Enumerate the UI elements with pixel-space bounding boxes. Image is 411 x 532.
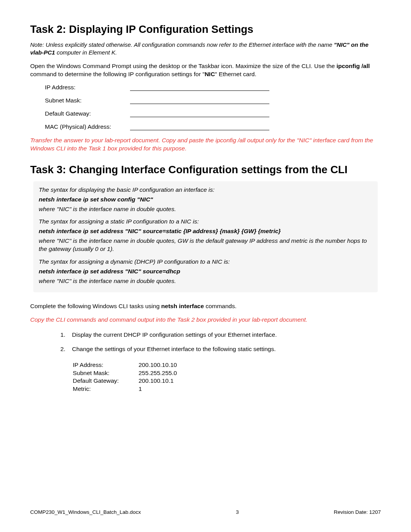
numbered-list: 1. Display the current DHCP IP configura… xyxy=(60,331,381,353)
open-text-2: command to determine the following IP co… xyxy=(30,71,205,77)
open-text-1: Open the Windows Command Prompt using th… xyxy=(30,63,336,69)
ip-fields-block: IP Address: Subnet Mask: Default Gateway… xyxy=(45,84,381,130)
settings-gw: Default Gateway: 200.100.10.1 xyxy=(73,377,381,385)
footer-left: COMP230_W1_Windows_CLI_Batch_Lab.docx xyxy=(30,509,141,515)
box-line-8: netsh interface ip set address "NIC" sou… xyxy=(39,268,372,276)
field-subnet-mask: Subnet Mask: xyxy=(45,97,381,104)
box-line-4: The syntax for assigning a static IP con… xyxy=(39,218,372,226)
list-num-2: 2. xyxy=(60,345,72,353)
field-blank-mask[interactable] xyxy=(130,99,269,104)
settings-gw-value: 200.100.10.1 xyxy=(139,377,174,385)
complete-text-1: Complete the following Windows CLI tasks… xyxy=(30,303,161,309)
note-text-suffix: computer in Element K. xyxy=(57,49,117,56)
open-bold-ipconfig: ipconfig /all xyxy=(336,63,370,69)
settings-metric-value: 1 xyxy=(139,385,142,393)
box-line-9: where "NIC" is the interface name in dou… xyxy=(39,277,372,285)
settings-mask: Subnet Mask: 255.255.255.0 xyxy=(73,369,381,377)
task2-red-instruction: Transfer the answer to your lab-report d… xyxy=(30,136,381,153)
settings-mask-value: 255.255.255.0 xyxy=(139,369,177,377)
field-label-ip: IP Address: xyxy=(45,84,130,91)
task3-red-instruction: Copy the CLI commands and command output… xyxy=(30,316,381,324)
list-item-2: 2. Change the settings of your Ethernet … xyxy=(60,345,381,353)
settings-ip-value: 200.100.10.10 xyxy=(139,361,177,369)
open-text-3: " Ethernet card. xyxy=(215,71,256,77)
settings-ip-label: IP Address: xyxy=(73,361,139,369)
task2-open-paragraph: Open the Windows Command Prompt using th… xyxy=(30,62,381,78)
field-blank-ip[interactable] xyxy=(130,85,269,91)
field-label-mac: MAC (Physical) Address: xyxy=(45,123,130,130)
field-ip-address: IP Address: xyxy=(45,84,381,91)
list-text-1: Display the current DHCP IP configuratio… xyxy=(72,331,277,339)
open-bold-nic: NIC xyxy=(205,71,215,77)
task2-note: Note: Unless explicitly stated otherwise… xyxy=(30,41,381,56)
task3-syntax-box: The syntax for displaying the basic IP c… xyxy=(33,181,378,292)
settings-ip: IP Address: 200.100.10.10 xyxy=(73,361,381,369)
complete-text-2: commands. xyxy=(206,303,236,309)
box-line-1: The syntax for displaying the basic IP c… xyxy=(39,186,372,194)
settings-mask-label: Subnet Mask: xyxy=(73,369,139,377)
list-text-2: Change the settings of your Ethernet int… xyxy=(72,345,276,353)
settings-gw-label: Default Gateway: xyxy=(73,377,139,385)
static-settings-block: IP Address: 200.100.10.10 Subnet Mask: 2… xyxy=(73,361,381,394)
box-line-5: netsh interface ip set address "NIC" sou… xyxy=(39,227,372,235)
field-blank-gw[interactable] xyxy=(130,112,269,117)
task2-heading: Task 2: Displaying IP Configuration Sett… xyxy=(30,23,381,36)
box-line-2: netsh interface ip set show config "NIC" xyxy=(39,196,372,204)
box-line-7: The syntax for assigning a dynamic (DHCP… xyxy=(39,258,372,266)
field-label-gw: Default Gateway: xyxy=(45,110,130,117)
settings-metric: Metric: 1 xyxy=(73,385,381,393)
list-num-1: 1. xyxy=(60,331,72,339)
box-line-3: where "NIC" is the interface name in dou… xyxy=(39,205,372,213)
footer-page-number: 3 xyxy=(236,509,239,515)
task3-heading: Task 3: Changing Interface Configuration… xyxy=(30,164,381,176)
list-item-1: 1. Display the current DHCP IP configura… xyxy=(60,331,381,339)
field-blank-mac[interactable] xyxy=(130,125,269,130)
page-footer: COMP230_W1_Windows_CLI_Batch_Lab.docx 3 … xyxy=(30,509,381,515)
settings-metric-label: Metric: xyxy=(73,385,139,393)
field-mac-address: MAC (Physical) Address: xyxy=(45,123,381,130)
note-text-prefix: Note: Unless explicitly stated otherwise… xyxy=(30,41,334,48)
complete-bold: netsh interface xyxy=(161,303,204,309)
box-line-6: where "NIC" is the interface name in dou… xyxy=(39,237,372,253)
field-label-mask: Subnet Mask: xyxy=(45,97,130,104)
footer-right: Revision Date: 1207 xyxy=(334,509,381,515)
task3-complete-paragraph: Complete the following Windows CLI tasks… xyxy=(30,302,381,310)
field-default-gateway: Default Gateway: xyxy=(45,110,381,117)
